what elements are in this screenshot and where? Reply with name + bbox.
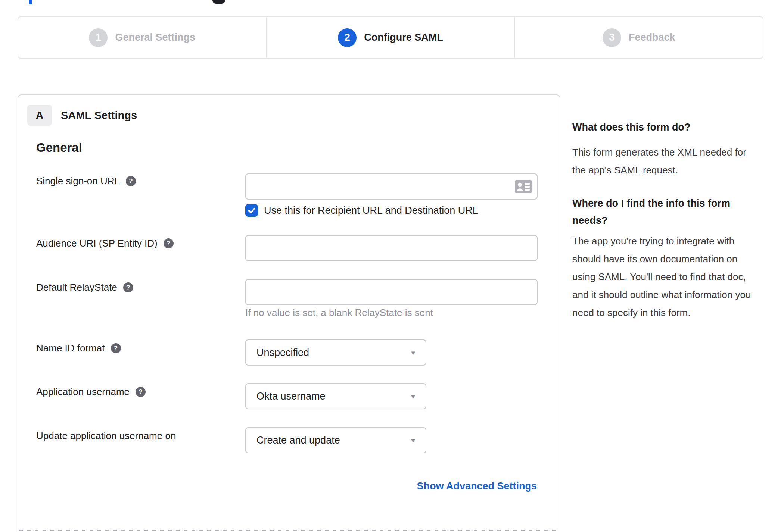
- sso-url-label: Single sign-on URL ?: [36, 175, 136, 187]
- name-id-format-label: Name ID format ?: [36, 342, 121, 354]
- update-application-username-label: Update application username on: [36, 430, 176, 442]
- help-body-where: The app you're trying to integrate with …: [572, 232, 759, 322]
- section-divider-dotted: [19, 530, 560, 531]
- step-feedback: 3 Feedback: [514, 17, 763, 58]
- step-1-label: General Settings: [115, 32, 195, 43]
- audience-uri-input[interactable]: [245, 235, 538, 261]
- chevron-down-icon: ▼: [410, 437, 417, 444]
- panel-title: SAML Settings: [61, 109, 137, 122]
- page: 1 General Settings 2 Configure SAML 3 Fe…: [0, 0, 781, 532]
- help-heading-what: What does this form do?: [572, 119, 752, 136]
- sso-url-input[interactable]: [245, 173, 538, 200]
- saml-settings-card: A SAML Settings General Single sign-on U…: [18, 94, 560, 532]
- application-username-label: Application username ?: [36, 386, 146, 398]
- help-body-what: This form generates the XML needed for t…: [572, 143, 759, 179]
- default-relaystate-input[interactable]: [245, 279, 538, 305]
- relaystate-hint: If no value is set, a blank RelayState i…: [245, 307, 433, 319]
- help-icon[interactable]: ?: [123, 282, 133, 292]
- help-icon[interactable]: ?: [111, 343, 121, 353]
- check-icon: [247, 206, 256, 215]
- section-title-general: General: [36, 141, 82, 155]
- wizard-stepper: 1 General Settings 2 Configure SAML 3 Fe…: [18, 16, 763, 59]
- step-general-settings: 1 General Settings: [18, 17, 266, 58]
- step-1-circle: 1: [89, 28, 108, 47]
- step-3-circle: 3: [603, 28, 621, 47]
- show-advanced-settings-link[interactable]: Show Advanced Settings: [417, 481, 537, 492]
- help-heading-where: Where do I find the info this form needs…: [572, 195, 748, 229]
- recipient-url-checkbox-label[interactable]: Use this for Recipient URL and Destinati…: [264, 205, 478, 216]
- name-id-format-select[interactable]: Unspecified ▼: [245, 339, 426, 366]
- audience-uri-label: Audience URI (SP Entity ID) ?: [36, 238, 174, 249]
- help-icon[interactable]: ?: [126, 176, 136, 186]
- clipped-logo-fragment: [212, 0, 225, 4]
- update-application-username-select[interactable]: Create and update ▼: [245, 427, 426, 453]
- contact-card-icon[interactable]: [515, 180, 532, 193]
- application-username-select[interactable]: Okta username ▼: [245, 383, 426, 409]
- chevron-down-icon: ▼: [410, 350, 417, 356]
- section-a-badge: A: [27, 105, 52, 126]
- step-configure-saml: 2 Configure SAML: [266, 17, 514, 58]
- default-relaystate-label: Default RelayState ?: [36, 282, 133, 293]
- help-icon[interactable]: ?: [164, 238, 174, 248]
- help-icon[interactable]: ?: [136, 387, 146, 397]
- step-3-label: Feedback: [629, 32, 675, 43]
- clipped-cursor-fragment: [29, 0, 32, 4]
- step-2-label: Configure SAML: [364, 32, 443, 43]
- chevron-down-icon: ▼: [410, 393, 417, 400]
- step-2-circle: 2: [338, 28, 357, 47]
- recipient-url-checkbox[interactable]: [245, 204, 258, 217]
